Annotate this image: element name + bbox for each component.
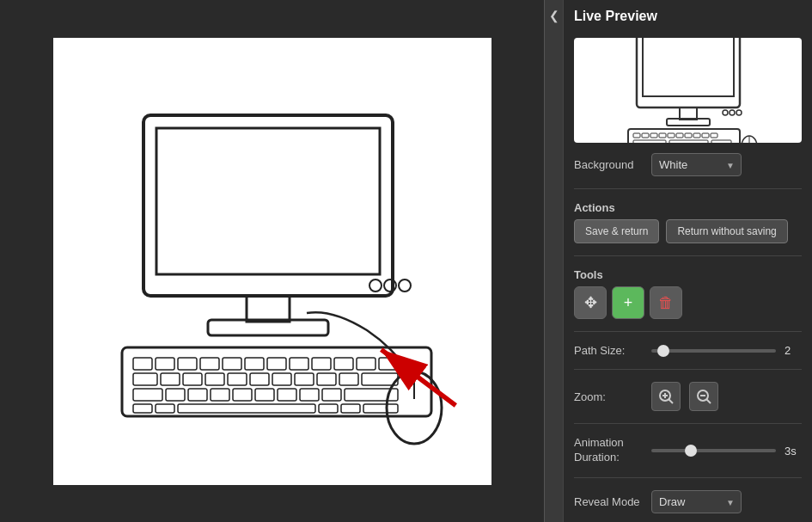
svg-rect-0 [143,115,393,296]
svg-rect-58 [628,129,740,143]
svg-rect-62 [659,133,666,138]
zoom-out-button[interactable] [689,382,718,411]
actions-row: Save & return Return without saving [574,219,802,243]
zoom-row: Zoom: [574,382,802,411]
svg-rect-36 [255,389,274,401]
animation-duration-label: AnimationDuration: [574,436,643,465]
tools-row: ✥ + 🗑 [574,286,802,319]
move-icon: ✥ [584,293,597,312]
reveal-mode-select[interactable]: Draw Erase Fade [651,490,742,513]
reveal-mode-dropdown-wrapper[interactable]: Draw Erase Fade [651,490,742,513]
path-size-slider[interactable] [651,349,776,353]
svg-rect-61 [650,133,657,138]
svg-rect-68 [711,133,717,138]
add-tool-button[interactable]: + [612,286,644,319]
svg-rect-35 [233,389,252,401]
path-size-value: 2 [785,344,802,357]
svg-point-56 [730,110,735,115]
svg-rect-65 [685,133,692,138]
svg-rect-24 [228,373,247,385]
svg-rect-59 [633,133,640,138]
svg-rect-17 [334,358,353,370]
svg-point-57 [736,110,742,115]
svg-rect-27 [295,373,314,385]
svg-rect-42 [156,404,174,413]
divider-3 [574,331,802,332]
svg-rect-44 [319,404,338,413]
svg-rect-60 [642,133,649,138]
svg-point-55 [723,110,728,115]
background-dropdown-wrapper[interactable]: White Black Gray Transparent [651,153,742,176]
svg-rect-32 [166,389,185,401]
path-size-label: Path Size: [574,344,643,357]
svg-rect-34 [211,389,229,401]
preview-illustration [615,38,761,143]
svg-rect-33 [188,389,207,401]
add-icon: + [624,294,633,312]
right-panel: Live Preview [563,0,812,522]
svg-rect-31 [133,389,162,401]
svg-rect-19 [379,358,398,370]
live-preview-box [574,38,802,143]
svg-rect-25 [250,373,269,385]
zoom-in-icon [658,389,674,404]
svg-rect-38 [300,389,319,401]
svg-rect-11 [200,358,219,370]
svg-rect-66 [693,133,700,138]
reveal-mode-label: Reveal Mode [574,495,643,508]
svg-rect-13 [245,358,264,370]
svg-rect-71 [711,140,731,143]
zoom-label: Zoom: [574,390,643,403]
svg-rect-2 [247,296,290,322]
divider-6 [574,477,802,478]
divider-5 [574,423,802,424]
svg-rect-20 [133,373,157,385]
svg-rect-14 [267,358,286,370]
reveal-mode-row: Reveal Mode Draw Erase Fade [574,490,802,513]
svg-rect-18 [357,358,375,370]
svg-rect-67 [702,133,709,138]
collapse-icon: ❮ [549,9,559,22]
svg-rect-23 [205,373,224,385]
delete-tool-button[interactable]: 🗑 [650,286,682,319]
background-select[interactable]: White Black Gray Transparent [651,153,742,176]
background-row: Background White Black Gray Transparent [574,153,802,176]
svg-rect-46 [363,404,398,413]
panel-header: Live Preview [574,9,802,24]
svg-rect-12 [223,358,241,370]
collapse-toggle[interactable]: ❮ [544,0,563,522]
svg-rect-8 [133,358,152,370]
canvas-container [53,38,491,485]
svg-line-79 [706,399,711,403]
svg-rect-43 [178,404,315,413]
tools-label: Tools [574,268,802,281]
background-label: Background [574,158,643,171]
svg-rect-45 [341,404,360,413]
computer-illustration [75,64,470,459]
tools-section: Tools ✥ + 🗑 [574,268,802,319]
svg-rect-53 [680,107,697,120]
svg-rect-52 [643,38,734,96]
divider-2 [574,255,802,256]
svg-point-4 [369,279,382,292]
move-tool-button[interactable]: ✥ [574,286,607,319]
animation-duration-slider[interactable] [651,449,776,452]
svg-rect-70 [669,140,708,143]
svg-line-75 [669,399,673,403]
actions-label: Actions [574,201,802,214]
save-return-button[interactable]: Save & return [574,219,659,243]
svg-rect-69 [633,140,666,143]
canvas-area [0,0,544,522]
svg-point-6 [399,279,411,292]
svg-rect-21 [161,373,180,385]
zoom-out-icon [696,389,711,404]
return-no-save-button[interactable]: Return without saving [666,219,787,243]
svg-rect-15 [290,358,308,370]
svg-rect-28 [317,373,336,385]
divider-1 [574,188,802,189]
path-size-row: Path Size: 2 [574,344,802,357]
svg-rect-29 [339,373,358,385]
delete-icon: 🗑 [658,294,674,312]
svg-rect-63 [668,133,675,138]
zoom-in-button[interactable] [651,382,681,411]
